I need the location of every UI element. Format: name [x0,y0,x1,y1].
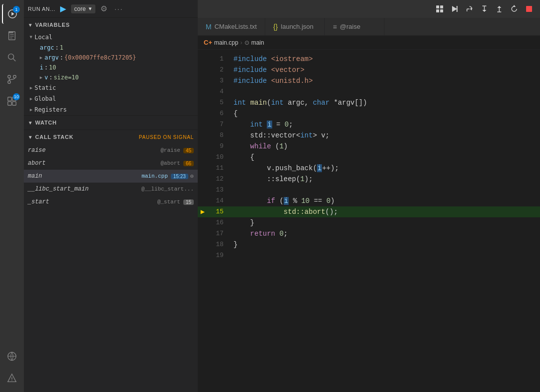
callstack-libc[interactable]: __libc_start_main @__libc_start... [24,183,198,196]
linenum-15: 15 [208,206,231,217]
var-i: i : 10 [28,63,198,72]
linenum-14: 14 [208,196,231,206]
tab-raise[interactable]: ≡ @raise [325,18,385,35]
editor-top-toolbar [198,0,540,18]
breadcrumb: C+ main.cpp › ⊙ main [198,36,540,50]
linenum-7: 7 [208,119,231,130]
debug-icon[interactable]: 1 1 [2,4,22,24]
debug-config-dropdown[interactable]: core ▼ [71,4,95,13]
static-arrow: ▶ [30,85,32,90]
linecontent-11: v.push_back(i++); [231,163,540,174]
svg-point-10 [8,81,11,84]
callstack-section: ▼ CALL STACK PAUSED ON SIGNAL raise @rai… [24,130,198,392]
json-icon: {} [273,23,278,31]
var-argc: argc : 1 [28,43,198,53]
extensions-badge: 10 [13,93,20,100]
editor-area: M CMakeLists.txt {} launch.json ≡ @raise… [198,0,540,392]
code-line-6: 6 { [198,108,540,119]
step-over-button[interactable] [463,3,476,15]
callstack-label: CALL STACK [35,134,74,140]
linecontent-12: ::sleep(1); [231,174,540,185]
tabs-bar: M CMakeLists.txt {} launch.json ≡ @raise [198,18,540,36]
callstack-abort[interactable]: abort @abort 66 [24,157,198,170]
global-arrow: ▶ [30,96,32,101]
linecontent-17: return 0; [231,228,540,239]
source-control-icon[interactable] [2,69,22,89]
callstack-header[interactable]: ▼ CALL STACK PAUSED ON SIGNAL [24,130,198,144]
watch-arrow: ▼ [28,120,33,126]
search-icon[interactable] [2,48,22,67]
breadcrumb-scope-icon: ⊙ [244,39,249,46]
code-line-18: 18 } [198,239,540,250]
linenum-11: 11 [208,163,231,174]
linenum-19: 19 [208,250,231,261]
var-argv: ▶ argv : {0x00007ffe8c717205} [28,53,198,63]
svg-rect-14 [8,97,11,101]
svg-point-21 [11,380,12,381]
v-expand[interactable]: ▶ [40,75,42,80]
code-editor[interactable]: 1 #include <iostream> 2 #include <vector… [198,50,540,392]
watch-section: ▼ WATCH [24,115,198,130]
static-group-header[interactable]: ▶ Static [28,82,198,93]
variables-section-header[interactable]: ▼ VARIABLES [24,18,198,32]
stack-icon: ⊜ [190,173,194,180]
code-line-15: ▶ 15 std::abort(); [198,206,540,217]
linenum-13: 13 [208,185,231,196]
svg-rect-22 [436,5,439,8]
step-out-button[interactable] [492,3,506,15]
linecontent-6: { [231,108,540,119]
linenum-5: 5 [208,97,231,108]
breadcrumb-filename[interactable]: main.cpp [214,39,238,46]
linenum-8: 8 [208,130,231,141]
linenum-4: 4 [208,86,231,97]
remote-icon[interactable] [2,346,22,366]
global-group-header[interactable]: ▶ Global [28,93,198,104]
linenum-2: 2 [208,65,231,75]
callstack-raise[interactable]: raise @raise 45 [24,144,198,157]
watch-section-header[interactable]: ▼ WATCH [24,116,198,130]
linenum-17: 17 [208,228,231,239]
static-group: ▶ Static [28,82,198,93]
svg-rect-16 [8,102,11,105]
registers-group-header[interactable]: ▶ Registers [28,104,198,115]
linecontent-2: #include <vector> [231,65,540,75]
local-arrow: ▶ [29,36,34,38]
linenum-10: 10 [208,152,231,163]
svg-rect-25 [440,9,443,12]
argv-expand[interactable]: ▶ [40,55,42,60]
breadcrumb-cpp-icon: C+ [204,39,212,46]
linecontent-5: int main(int argc, char *argv[]) [231,97,540,108]
restart-button[interactable] [507,3,521,15]
code-line-12: 12 ::sleep(1); [198,174,540,185]
variables-label: VARIABLES [35,22,70,28]
callstack-start[interactable]: _start @_start 15 [24,196,198,208]
breadcrumb-scope[interactable]: main [251,39,264,46]
callstack-main[interactable]: main main.cpp 15:23 ⊜ [24,170,198,183]
extensions-icon[interactable]: 10 [2,91,22,111]
linecontent-9: while (1) [231,141,540,152]
linecontent-18: } [231,239,540,250]
callstack-arrow: ▼ [28,134,33,140]
settings-button[interactable]: ⚙ [98,3,109,14]
variables-arrow: ▼ [28,22,33,28]
grid-icon[interactable] [433,3,447,15]
linecontent-7: int i = 0; [231,119,540,130]
svg-marker-28 [470,7,472,10]
gutter-15: ▶ [198,206,208,217]
more-button[interactable]: ··· [112,4,125,14]
svg-point-8 [8,54,14,60]
step-into-button[interactable] [477,3,491,15]
dropdown-arrow: ▼ [88,6,93,11]
tab-launchjson[interactable]: {} launch.json [265,18,325,35]
local-group-header[interactable]: ▶ Local [28,32,198,43]
continue-button[interactable] [448,3,462,15]
variables-content: ▶ Local argc : 1 ▶ argv : {0x00007ffe8c7… [24,32,198,115]
breadcrumb-sep1: › [240,39,242,46]
svg-point-11 [13,75,16,78]
debug-start-button[interactable]: ▶ [58,3,68,14]
tab-cmakelists[interactable]: M CMakeLists.txt [198,18,265,35]
stop-button[interactable] [522,3,536,15]
files-icon[interactable] [2,26,22,46]
warning-icon[interactable] [2,368,22,388]
static-label: Static [34,84,56,91]
